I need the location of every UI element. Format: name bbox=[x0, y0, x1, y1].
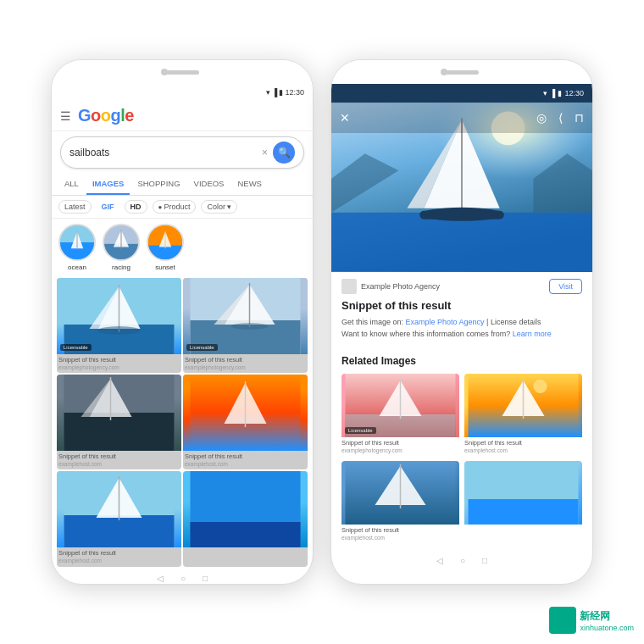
home-btn-right[interactable]: ○ bbox=[460, 556, 465, 565]
suggest-ocean[interactable]: ocean bbox=[58, 224, 96, 271]
image-2 bbox=[57, 375, 181, 451]
wifi-icon-right: ▾ bbox=[543, 89, 547, 97]
share-icon[interactable]: ⟨ bbox=[558, 111, 563, 125]
image-cell-3[interactable]: Snippet of this result examplehost.com bbox=[183, 375, 308, 469]
detail-line1: Get this image on: Example Photo Agency … bbox=[341, 317, 582, 329]
suggest-sunset-label: sunset bbox=[155, 264, 175, 271]
filter-hd[interactable]: HD bbox=[125, 200, 147, 214]
back-btn-left[interactable]: ◁ bbox=[157, 574, 164, 583]
speaker-left bbox=[165, 70, 199, 75]
tab-shopping[interactable]: SHOPPING bbox=[131, 174, 186, 195]
racing-thumb bbox=[103, 224, 140, 261]
sunset-thumb bbox=[147, 224, 184, 261]
tab-news[interactable]: NEWS bbox=[231, 174, 268, 195]
svg-rect-25 bbox=[64, 413, 175, 451]
tab-images[interactable]: IMAGES bbox=[86, 174, 130, 195]
image-5 bbox=[183, 471, 308, 547]
recent-btn-right[interactable]: □ bbox=[482, 556, 487, 565]
snippet-label-1: Snippet of this result bbox=[185, 356, 306, 364]
search-query: sailboats bbox=[69, 147, 257, 158]
agency-name: Example Photo Agency bbox=[341, 279, 440, 294]
phone-top-left bbox=[52, 60, 313, 84]
related-cell-2[interactable]: Snippet of this result examplehost.com bbox=[341, 461, 459, 543]
battery-icon: ▮ bbox=[279, 88, 283, 97]
related-cell-3[interactable] bbox=[464, 461, 582, 543]
agency-label: Example Photo Agency bbox=[361, 282, 440, 291]
image-cell-0[interactable]: Licensable Snippet of this result exampl… bbox=[57, 278, 181, 373]
google-logo: Google bbox=[78, 106, 134, 125]
signal-icon: ▐ bbox=[272, 88, 277, 97]
phone-left: ▾ ▐ ▮ 12:30 ☰ Google sailboats × 🔍 ALL I… bbox=[51, 59, 314, 585]
filter-color[interactable]: Color ▾ bbox=[201, 200, 237, 214]
back-btn-right[interactable]: ◁ bbox=[436, 556, 443, 565]
search-icon: 🔍 bbox=[278, 147, 291, 158]
caption-3: Snippet of this result examplehost.com bbox=[183, 451, 308, 469]
learn-more-link[interactable]: Learn more bbox=[513, 330, 552, 338]
svg-rect-61 bbox=[469, 499, 579, 525]
phone-right: ▾ ▐ ▮ 12:30 bbox=[330, 59, 593, 585]
ocean-thumb bbox=[58, 224, 96, 261]
clear-icon[interactable]: × bbox=[262, 147, 268, 158]
camera-right bbox=[441, 69, 447, 75]
suggest-racing-label: racing bbox=[112, 264, 130, 271]
related-grid: Licensable Snippet of this result exampl… bbox=[341, 374, 582, 543]
suggested-row: ocean racing bbox=[52, 219, 313, 276]
related-cell-1[interactable]: Snippet of this result examplehost.com bbox=[464, 374, 582, 456]
filter-row: Latest GIF HD ● Product Color ▾ bbox=[52, 196, 313, 219]
close-icon[interactable]: ✕ bbox=[340, 111, 350, 125]
watermark-url: xinhuatone.com bbox=[580, 624, 634, 632]
watermark-cn: 新经网 bbox=[580, 609, 634, 624]
caption-1: Snippet of this result examplephotogency… bbox=[183, 354, 308, 373]
licensable-badge-0: Licensable bbox=[60, 344, 92, 351]
source-0: examplephotogency.com bbox=[58, 364, 180, 371]
search-bar[interactable]: sailboats × 🔍 bbox=[60, 136, 304, 169]
suggest-sunset[interactable]: sunset bbox=[147, 224, 184, 271]
detail-image: ✕ ◎ ⟨ ⊓ bbox=[331, 103, 592, 272]
tab-videos[interactable]: VIDEOS bbox=[188, 174, 230, 195]
image-cell-5[interactable] bbox=[183, 471, 308, 566]
snippet-label-3: Snippet of this result bbox=[185, 452, 306, 461]
time-right: 12:30 bbox=[564, 89, 584, 97]
lens-icon[interactable]: ◎ bbox=[536, 111, 547, 125]
related-caption-1: Snippet of this result examplehost.com bbox=[464, 437, 582, 456]
bookmark-icon[interactable]: ⊓ bbox=[575, 111, 584, 125]
image-cell-4[interactable]: Snippet of this result examplehost.com bbox=[57, 471, 181, 566]
related-caption-2: Snippet of this result examplehost.com bbox=[341, 525, 459, 543]
related-img-1 bbox=[464, 374, 582, 437]
time-left: 12:30 bbox=[285, 88, 304, 97]
caption-0: Snippet of this result examplephotogency… bbox=[57, 354, 181, 373]
svg-point-56 bbox=[534, 380, 547, 393]
image-grid-left: Licensable Snippet of this result exampl… bbox=[52, 276, 313, 569]
image-cell-1[interactable]: Licensable Snippet of this result exampl… bbox=[183, 278, 308, 373]
agency-link[interactable]: Example Photo Agency bbox=[406, 318, 485, 326]
nav-tabs: ALL IMAGES SHOPPING VIDEOS NEWS bbox=[52, 174, 313, 196]
related-cell-0[interactable]: Licensable Snippet of this result exampl… bbox=[341, 374, 459, 456]
snippet-detail: Get this image on: Example Photo Agency … bbox=[341, 317, 582, 340]
status-bar-left: ▾ ▐ ▮ 12:30 bbox=[52, 84, 313, 101]
image-cell-2[interactable]: Snippet of this result examplehost.com bbox=[57, 375, 181, 469]
image-1: Licensable bbox=[183, 278, 308, 354]
source-3: examplehost.com bbox=[185, 461, 306, 468]
menu-icon[interactable]: ☰ bbox=[60, 109, 71, 123]
filter-gif[interactable]: GIF bbox=[97, 201, 119, 213]
visit-button[interactable]: Visit bbox=[549, 279, 582, 294]
filter-latest[interactable]: Latest bbox=[58, 200, 92, 214]
recent-btn-left[interactable]: □ bbox=[203, 574, 208, 583]
related-img-3 bbox=[464, 461, 582, 525]
scene: ▾ ▐ ▮ 12:30 ☰ Google sailboats × 🔍 ALL I… bbox=[0, 0, 644, 644]
source-4: examplehost.com bbox=[58, 558, 180, 564]
product-dot-icon: ● bbox=[158, 203, 163, 211]
home-btn-left[interactable]: ○ bbox=[180, 574, 186, 583]
source-1: examplephotogency.com bbox=[185, 364, 306, 371]
licensable-badge-1: Licensable bbox=[186, 344, 218, 351]
svg-rect-37 bbox=[191, 522, 301, 547]
battery-icon-right: ▮ bbox=[558, 89, 562, 97]
wifi-icon: ▾ bbox=[266, 88, 270, 97]
snippet-label-2: Snippet of this result bbox=[58, 452, 180, 461]
search-button[interactable]: 🔍 bbox=[273, 142, 295, 164]
tab-all[interactable]: ALL bbox=[58, 174, 85, 195]
filter-product[interactable]: ● Product bbox=[153, 200, 197, 214]
google-header: ☰ Google bbox=[52, 101, 313, 131]
suggest-racing[interactable]: racing bbox=[103, 224, 140, 271]
related-img-2 bbox=[341, 461, 459, 525]
